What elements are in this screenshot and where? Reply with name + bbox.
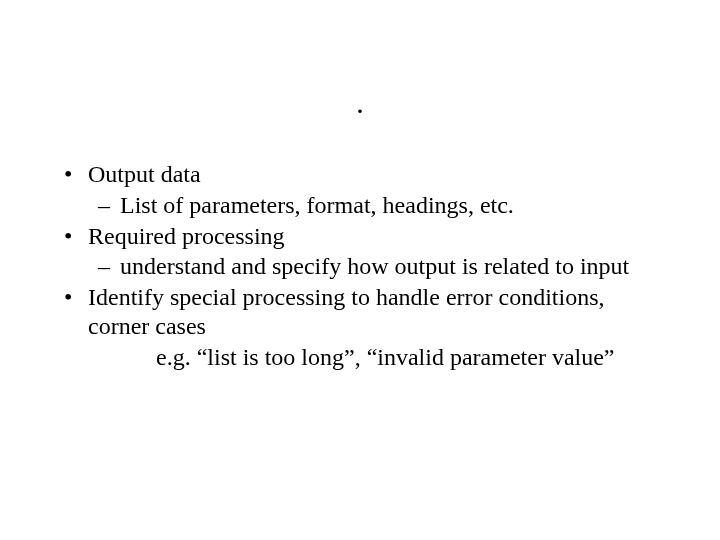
- subbullet-label: understand and specify how output is rel…: [120, 253, 629, 279]
- slide: . • Output data – List of parameters, fo…: [0, 0, 720, 540]
- slide-title-mark: .: [0, 88, 720, 118]
- slide-body: • Output data – List of parameters, form…: [60, 160, 670, 374]
- bullet-icon: •: [64, 222, 72, 251]
- example-special-processing: e.g. “list is too long”, “invalid parame…: [60, 343, 670, 372]
- subbullet-label: List of parameters, format, headings, et…: [120, 192, 514, 218]
- bullet-required-processing: • Required processing: [60, 222, 670, 251]
- subbullet-output-data: – List of parameters, format, headings, …: [60, 191, 670, 220]
- bullet-label: Output data: [88, 161, 201, 187]
- bullet-icon: •: [64, 283, 72, 312]
- bullet-label: Required processing: [88, 223, 285, 249]
- bullet-special-processing: • Identify special processing to handle …: [60, 283, 670, 341]
- bullet-output-data: • Output data: [60, 160, 670, 189]
- dash-icon: –: [98, 252, 110, 281]
- bullet-label: Identify special processing to handle er…: [88, 284, 605, 339]
- bullet-icon: •: [64, 160, 72, 189]
- subbullet-required-processing: – understand and specify how output is r…: [60, 252, 670, 281]
- dash-icon: –: [98, 191, 110, 220]
- example-text: e.g. “list is too long”, “invalid parame…: [156, 344, 615, 370]
